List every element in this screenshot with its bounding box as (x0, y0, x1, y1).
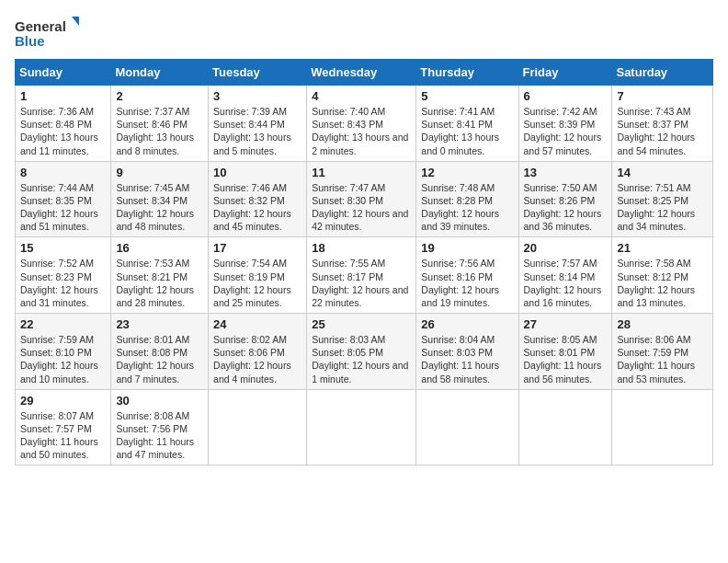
calendar-cell: 18 Sunrise: 7:55 AM Sunset: 8:17 PM Dayl… (307, 237, 416, 314)
cell-content: Sunrise: 7:43 AM Sunset: 8:37 PM Dayligh… (617, 105, 708, 157)
day-number: 21 (617, 241, 708, 255)
calendar-cell: 30 Sunrise: 8:08 AM Sunset: 7:56 PM Dayl… (111, 389, 209, 465)
day-number: 19 (421, 241, 513, 255)
day-number: 12 (421, 166, 513, 179)
day-number: 15 (20, 241, 106, 255)
day-number: 24 (213, 317, 301, 331)
calendar-cell: 19 Sunrise: 7:56 AM Sunset: 8:16 PM Dayl… (416, 237, 518, 314)
calendar-cell: 21 Sunrise: 7:58 AM Sunset: 8:12 PM Dayl… (612, 237, 713, 314)
cell-content: Sunrise: 7:37 AM Sunset: 8:46 PM Dayligh… (116, 105, 203, 157)
calendar-cell (612, 389, 713, 465)
calendar-cell (518, 389, 612, 465)
day-number: 10 (213, 166, 301, 179)
day-number: 25 (312, 317, 411, 331)
calendar-cell (209, 389, 307, 465)
day-number: 8 (20, 166, 106, 179)
calendar-cell: 24 Sunrise: 8:02 AM Sunset: 8:06 PM Dayl… (209, 314, 307, 390)
cell-content: Sunrise: 7:59 AM Sunset: 8:10 PM Dayligh… (20, 333, 106, 385)
cell-content: Sunrise: 7:44 AM Sunset: 8:35 PM Dayligh… (20, 181, 106, 234)
cell-content: Sunrise: 8:02 AM Sunset: 8:06 PM Dayligh… (213, 333, 301, 385)
calendar-cell: 28 Sunrise: 8:06 AM Sunset: 7:59 PM Dayl… (612, 314, 713, 390)
calendar-cell: 6 Sunrise: 7:42 AM Sunset: 8:39 PM Dayli… (518, 86, 612, 162)
cell-content: Sunrise: 8:05 AM Sunset: 8:01 PM Dayligh… (524, 333, 608, 385)
day-number: 7 (617, 89, 708, 103)
cell-content: Sunrise: 8:07 AM Sunset: 7:57 PM Dayligh… (20, 409, 106, 462)
cell-content: Sunrise: 7:42 AM Sunset: 8:39 PM Dayligh… (524, 105, 608, 157)
calendar-week-1: 1 Sunrise: 7:36 AM Sunset: 8:48 PM Dayli… (16, 86, 713, 162)
cell-content: Sunrise: 7:53 AM Sunset: 8:21 PM Dayligh… (116, 257, 203, 309)
cell-content: Sunrise: 8:01 AM Sunset: 8:08 PM Dayligh… (116, 333, 203, 385)
cell-content: Sunrise: 7:51 AM Sunset: 8:25 PM Dayligh… (617, 181, 708, 234)
calendar-cell: 16 Sunrise: 7:53 AM Sunset: 8:21 PM Dayl… (111, 237, 209, 314)
cell-content: Sunrise: 7:56 AM Sunset: 8:16 PM Dayligh… (421, 257, 513, 309)
cell-content: Sunrise: 8:06 AM Sunset: 7:59 PM Dayligh… (617, 333, 708, 385)
cell-content: Sunrise: 7:52 AM Sunset: 8:23 PM Dayligh… (20, 257, 106, 309)
calendar-cell: 13 Sunrise: 7:50 AM Sunset: 8:26 PM Dayl… (518, 161, 612, 237)
calendar-cell: 2 Sunrise: 7:37 AM Sunset: 8:46 PM Dayli… (111, 86, 209, 162)
cell-content: Sunrise: 8:03 AM Sunset: 8:05 PM Dayligh… (312, 333, 411, 385)
cell-content: Sunrise: 7:36 AM Sunset: 8:48 PM Dayligh… (20, 105, 106, 157)
weekday-header-tuesday: Tuesday (209, 60, 307, 86)
day-number: 3 (213, 89, 301, 103)
weekday-header-sunday: Sunday (16, 60, 111, 86)
calendar-cell: 15 Sunrise: 7:52 AM Sunset: 8:23 PM Dayl… (16, 237, 111, 314)
calendar-cell: 12 Sunrise: 7:48 AM Sunset: 8:28 PM Dayl… (416, 161, 518, 237)
calendar-cell: 3 Sunrise: 7:39 AM Sunset: 8:44 PM Dayli… (209, 86, 307, 162)
weekday-header-thursday: Thursday (416, 60, 518, 86)
day-number: 1 (20, 89, 106, 103)
calendar-cell: 22 Sunrise: 7:59 AM Sunset: 8:10 PM Dayl… (16, 314, 111, 390)
day-number: 13 (524, 166, 608, 179)
calendar-cell: 4 Sunrise: 7:40 AM Sunset: 8:43 PM Dayli… (307, 86, 416, 162)
day-number: 18 (312, 241, 411, 255)
cell-content: Sunrise: 7:40 AM Sunset: 8:43 PM Dayligh… (312, 105, 411, 157)
calendar-cell: 7 Sunrise: 7:43 AM Sunset: 8:37 PM Dayli… (612, 86, 713, 162)
cell-content: Sunrise: 7:54 AM Sunset: 8:19 PM Dayligh… (213, 257, 301, 309)
day-number: 2 (116, 89, 203, 103)
calendar-week-2: 8 Sunrise: 7:44 AM Sunset: 8:35 PM Dayli… (16, 161, 713, 237)
day-number: 29 (20, 394, 106, 408)
calendar-header: SundayMondayTuesdayWednesdayThursdayFrid… (16, 60, 713, 86)
day-number: 16 (116, 241, 203, 255)
cell-content: Sunrise: 7:55 AM Sunset: 8:17 PM Dayligh… (312, 257, 411, 309)
cell-content: Sunrise: 7:50 AM Sunset: 8:26 PM Dayligh… (524, 181, 608, 234)
cell-content: Sunrise: 7:41 AM Sunset: 8:41 PM Dayligh… (421, 105, 513, 157)
calendar-week-5: 29 Sunrise: 8:07 AM Sunset: 7:57 PM Dayl… (16, 389, 713, 465)
cell-content: Sunrise: 7:46 AM Sunset: 8:32 PM Dayligh… (213, 181, 301, 234)
calendar-cell (416, 389, 518, 465)
svg-text:Blue: Blue (15, 33, 45, 49)
cell-content: Sunrise: 7:48 AM Sunset: 8:28 PM Dayligh… (421, 181, 513, 234)
calendar-cell: 20 Sunrise: 7:57 AM Sunset: 8:14 PM Dayl… (518, 237, 612, 314)
day-number: 28 (617, 317, 708, 331)
calendar-cell: 9 Sunrise: 7:45 AM Sunset: 8:34 PM Dayli… (111, 161, 209, 237)
day-number: 17 (213, 241, 301, 255)
day-number: 14 (617, 166, 708, 179)
logo: General Blue (15, 15, 79, 52)
calendar-cell: 10 Sunrise: 7:46 AM Sunset: 8:32 PM Dayl… (209, 161, 307, 237)
page-header: General Blue (15, 15, 713, 52)
calendar-cell: 25 Sunrise: 8:03 AM Sunset: 8:05 PM Dayl… (307, 314, 416, 390)
day-number: 6 (524, 89, 608, 103)
calendar-cell: 17 Sunrise: 7:54 AM Sunset: 8:19 PM Dayl… (209, 237, 307, 314)
calendar-week-3: 15 Sunrise: 7:52 AM Sunset: 8:23 PM Dayl… (16, 237, 713, 314)
day-number: 20 (524, 241, 608, 255)
day-number: 5 (421, 89, 513, 103)
day-number: 11 (312, 166, 411, 179)
calendar-cell: 8 Sunrise: 7:44 AM Sunset: 8:35 PM Dayli… (16, 161, 111, 237)
calendar-cell: 5 Sunrise: 7:41 AM Sunset: 8:41 PM Dayli… (416, 86, 518, 162)
svg-text:General: General (15, 18, 66, 34)
day-number: 27 (524, 317, 608, 331)
cell-content: Sunrise: 7:45 AM Sunset: 8:34 PM Dayligh… (116, 181, 203, 234)
cell-content: Sunrise: 8:04 AM Sunset: 8:03 PM Dayligh… (421, 333, 513, 385)
weekday-header-wednesday: Wednesday (307, 60, 416, 86)
calendar-cell: 14 Sunrise: 7:51 AM Sunset: 8:25 PM Dayl… (612, 161, 713, 237)
calendar-cell: 27 Sunrise: 8:05 AM Sunset: 8:01 PM Dayl… (518, 314, 612, 390)
weekday-header-monday: Monday (111, 60, 209, 86)
calendar-cell (307, 389, 416, 465)
calendar-cell: 1 Sunrise: 7:36 AM Sunset: 8:48 PM Dayli… (16, 86, 111, 162)
weekday-header-friday: Friday (518, 60, 612, 86)
cell-content: Sunrise: 8:08 AM Sunset: 7:56 PM Dayligh… (116, 409, 203, 462)
cell-content: Sunrise: 7:47 AM Sunset: 8:30 PM Dayligh… (312, 181, 411, 234)
svg-marker-2 (72, 17, 79, 26)
day-number: 4 (312, 89, 411, 103)
cell-content: Sunrise: 7:39 AM Sunset: 8:44 PM Dayligh… (213, 105, 301, 157)
